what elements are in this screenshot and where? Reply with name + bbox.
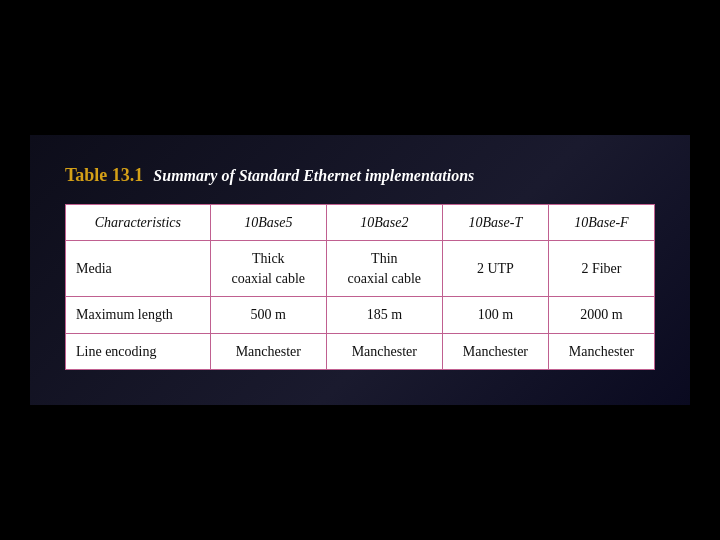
col-header-10basef: 10Base-F bbox=[548, 204, 654, 241]
media-10basef: 2 Fiber bbox=[548, 241, 654, 297]
table-row: Media Thickcoaxial cable Thincoaxial cab… bbox=[66, 241, 655, 297]
media-10base5: Thickcoaxial cable bbox=[210, 241, 326, 297]
col-header-10base2: 10Base2 bbox=[326, 204, 442, 241]
ethernet-table: Characteristics 10Base5 10Base2 10Base-T… bbox=[65, 204, 655, 371]
lineenc-10base5: Manchester bbox=[210, 333, 326, 370]
lineenc-10baset: Manchester bbox=[442, 333, 548, 370]
maxlen-10base2: 185 m bbox=[326, 297, 442, 334]
maxlen-label: Maximum length bbox=[66, 297, 211, 334]
table-row: Maximum length 500 m 185 m 100 m 2000 m bbox=[66, 297, 655, 334]
table-number: Table 13.1 bbox=[65, 165, 143, 186]
table-header-row: Characteristics 10Base5 10Base2 10Base-T… bbox=[66, 204, 655, 241]
table-row: Line encoding Manchester Manchester Manc… bbox=[66, 333, 655, 370]
slide-container: Table 13.1 Summary of Standard Ethernet … bbox=[30, 135, 690, 406]
table-caption: Summary of Standard Ethernet implementat… bbox=[153, 167, 474, 185]
maxlen-10base5: 500 m bbox=[210, 297, 326, 334]
media-label: Media bbox=[66, 241, 211, 297]
table-title: Table 13.1 Summary of Standard Ethernet … bbox=[65, 165, 655, 186]
media-10baset: 2 UTP bbox=[442, 241, 548, 297]
lineenc-10basef: Manchester bbox=[548, 333, 654, 370]
col-header-10base5: 10Base5 bbox=[210, 204, 326, 241]
maxlen-10baset: 100 m bbox=[442, 297, 548, 334]
lineenc-10base2: Manchester bbox=[326, 333, 442, 370]
col-header-10baset: 10Base-T bbox=[442, 204, 548, 241]
lineenc-label: Line encoding bbox=[66, 333, 211, 370]
col-header-characteristics: Characteristics bbox=[66, 204, 211, 241]
media-10base2: Thincoaxial cable bbox=[326, 241, 442, 297]
maxlen-10basef: 2000 m bbox=[548, 297, 654, 334]
